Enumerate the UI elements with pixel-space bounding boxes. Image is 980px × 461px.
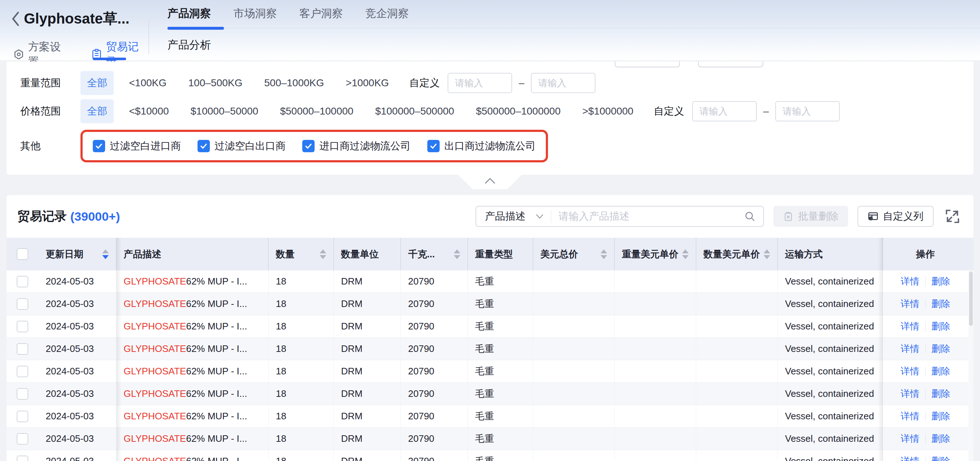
col-header-label: 美元总价 <box>540 248 578 261</box>
row-checkbox[interactable] <box>17 366 28 377</box>
row-checkbox[interactable] <box>17 343 28 355</box>
weight-option[interactable]: 全部 <box>80 71 114 95</box>
filter-checkbox[interactable]: 过滤空白进口商 <box>93 139 181 153</box>
batch-delete-button[interactable]: 批量删除 <box>773 206 848 227</box>
sort-icon[interactable] <box>450 250 460 259</box>
delete-link[interactable]: 删除 <box>931 388 950 400</box>
top-tab-3[interactable]: 客户洞察 <box>299 6 343 22</box>
delete-link[interactable]: 删除 <box>931 365 950 378</box>
delete-link[interactable]: 删除 <box>931 410 950 423</box>
price-max-input[interactable] <box>775 101 840 121</box>
row-checkbox[interactable] <box>17 276 28 288</box>
price-option[interactable]: $500000–1000000 <box>469 100 567 122</box>
detail-link[interactable]: 详情 <box>900 388 920 400</box>
weight-min-input[interactable] <box>448 73 512 93</box>
action-divider <box>925 322 926 331</box>
price-option[interactable]: 全部 <box>80 99 114 123</box>
top-tab-4[interactable]: 竞企洞察 <box>365 6 409 22</box>
filter-checkbox[interactable]: 进口商过滤物流公司 <box>302 139 410 153</box>
sort-icon[interactable] <box>99 250 109 259</box>
clipped-input-box[interactable] <box>615 62 680 67</box>
product-description-text: 62% MUP - I... <box>186 298 247 310</box>
delete-link[interactable]: 删除 <box>931 342 950 355</box>
price-option[interactable]: >$1000000 <box>576 100 640 122</box>
detail-link[interactable]: 详情 <box>900 365 920 378</box>
detail-link[interactable]: 详情 <box>900 320 920 333</box>
cell-wunitprice <box>615 338 696 360</box>
field-select[interactable]: 产品描述 <box>476 210 551 223</box>
action-divider <box>925 412 926 421</box>
price-option[interactable]: $100000–500000 <box>369 100 461 122</box>
detail-link[interactable]: 详情 <box>900 275 920 288</box>
price-option[interactable]: $10000–50000 <box>184 100 265 122</box>
cell-wtype: 毛重 <box>468 270 533 292</box>
records-title: 贸易记录 <box>18 208 67 225</box>
table-row: 2024-05-03GLYPHOSATE 62% MUP - I...18DRM… <box>6 338 974 360</box>
detail-link[interactable]: 详情 <box>900 455 920 461</box>
table-scrollbar[interactable] <box>969 270 974 461</box>
clipped-input-box[interactable] <box>698 62 763 67</box>
top-tab-1[interactable]: 产品洞察 <box>167 6 211 22</box>
detail-link[interactable]: 详情 <box>900 410 920 423</box>
row-checkbox[interactable] <box>17 298 28 310</box>
custom-columns-button[interactable]: 自定义列 <box>858 206 934 227</box>
col-header-qunitprice[interactable]: 数量美元单价 <box>696 238 778 270</box>
delete-link[interactable]: 删除 <box>931 432 950 445</box>
weight-custom-label[interactable]: 自定义 <box>409 76 440 90</box>
sort-icon[interactable] <box>678 250 689 259</box>
cell-wunitprice <box>615 270 696 292</box>
sort-icon[interactable] <box>597 250 607 259</box>
col-header-date[interactable]: 更新日期 <box>38 238 116 270</box>
delete-link[interactable]: 删除 <box>931 320 950 333</box>
sort-icon[interactable] <box>760 250 770 259</box>
field-select-value: 产品描述 <box>485 210 525 223</box>
weight-option[interactable]: >1000KG <box>339 72 395 94</box>
filter-checkbox[interactable]: 出口商过滤物流公司 <box>427 139 536 153</box>
row-checkbox[interactable] <box>17 321 28 332</box>
detail-link[interactable]: 详情 <box>900 342 920 355</box>
row-checkbox[interactable] <box>17 411 28 422</box>
cell-qunitprice <box>696 270 778 292</box>
price-custom-label[interactable]: 自定义 <box>654 104 684 118</box>
row-checkbox[interactable] <box>17 456 28 461</box>
fullscreen-expand-icon[interactable] <box>945 208 961 224</box>
row-checkbox[interactable] <box>17 388 28 400</box>
back-icon[interactable] <box>11 11 20 27</box>
cell-cb <box>6 338 38 360</box>
search-icon[interactable] <box>745 211 755 222</box>
cell-date: 2024-05-03 <box>38 270 116 292</box>
col-header-usd[interactable]: 美元总价 <box>533 238 615 270</box>
cell-unit: DRM <box>334 270 401 292</box>
table-row: 2024-05-03GLYPHOSATE 62% MUP - I...18DRM… <box>6 450 974 461</box>
col-header-qty[interactable]: 数量 <box>269 238 334 270</box>
col-header-kg[interactable]: 千克... <box>401 238 468 270</box>
price-option[interactable]: <$10000 <box>123 100 175 122</box>
weight-option[interactable]: 100–500KG <box>182 72 249 94</box>
delete-link[interactable]: 删除 <box>931 275 950 288</box>
collapse-filters-tab[interactable] <box>458 175 522 189</box>
col-header-cb <box>6 238 38 270</box>
price-min-input[interactable] <box>692 101 757 121</box>
filter-checkbox[interactable]: 过滤空白出口商 <box>197 139 286 153</box>
sort-icon[interactable] <box>316 250 326 259</box>
top-tab-2[interactable]: 市场洞察 <box>234 6 277 22</box>
header-right: 产品洞察市场洞察客户洞察竞企洞察 产品分析 <box>149 0 980 60</box>
sub-tab-product-analysis[interactable]: 产品分析 <box>167 38 211 52</box>
weight-option[interactable]: <100KG <box>123 72 173 94</box>
delete-link[interactable]: 删除 <box>931 455 950 461</box>
select-all-checkbox[interactable] <box>17 248 28 260</box>
delete-link[interactable]: 删除 <box>931 297 950 310</box>
weight-option[interactable]: 500–1000KG <box>258 72 331 94</box>
detail-link[interactable]: 详情 <box>900 432 920 445</box>
price-option[interactable]: $50000–100000 <box>274 100 360 122</box>
row-checkbox[interactable] <box>17 433 28 445</box>
cell-transport: Vessel, containerized <box>778 315 883 337</box>
cell-usd <box>533 405 615 427</box>
cell-transport: Vessel, containerized <box>778 383 883 405</box>
search-input[interactable] <box>551 211 745 222</box>
scrollbar-thumb[interactable] <box>969 272 973 326</box>
col-header-wunitprice[interactable]: 重量美元单价 <box>615 238 696 270</box>
detail-link[interactable]: 详情 <box>900 297 920 310</box>
weight-max-input[interactable] <box>531 73 595 93</box>
cell-wunitprice <box>615 293 696 315</box>
